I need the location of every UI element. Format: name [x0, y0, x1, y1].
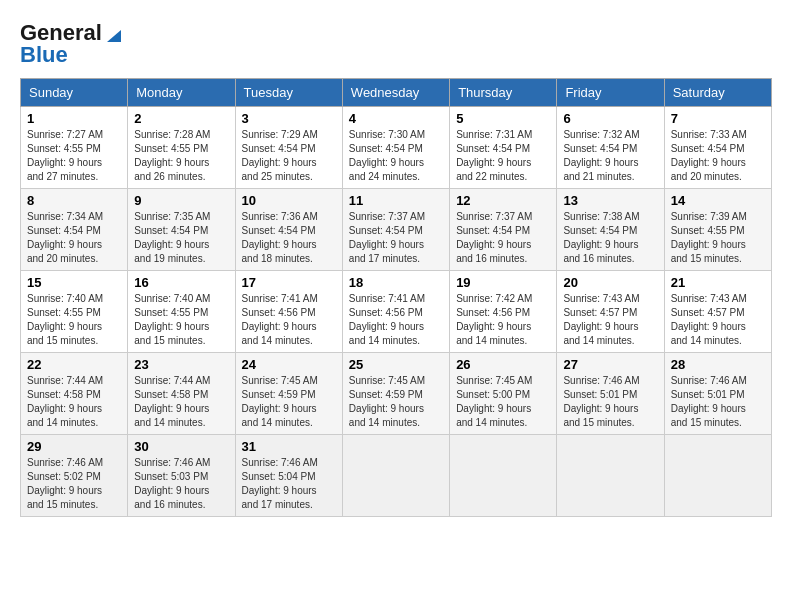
day-info: Sunrise: 7:28 AM Sunset: 4:55 PM Dayligh…: [134, 128, 228, 184]
day-info: Sunrise: 7:27 AM Sunset: 4:55 PM Dayligh…: [27, 128, 121, 184]
day-number: 4: [349, 111, 443, 126]
calendar-cell: 12 Sunrise: 7:37 AM Sunset: 4:54 PM Dayl…: [450, 189, 557, 271]
calendar-cell: 14 Sunrise: 7:39 AM Sunset: 4:55 PM Dayl…: [664, 189, 771, 271]
calendar-cell: 19 Sunrise: 7:42 AM Sunset: 4:56 PM Dayl…: [450, 271, 557, 353]
logo-triangle-icon: [103, 26, 121, 44]
day-info: Sunrise: 7:46 AM Sunset: 5:01 PM Dayligh…: [563, 374, 657, 430]
day-info: Sunrise: 7:43 AM Sunset: 4:57 PM Dayligh…: [671, 292, 765, 348]
calendar-cell: 22 Sunrise: 7:44 AM Sunset: 4:58 PM Dayl…: [21, 353, 128, 435]
weekday-header-thursday: Thursday: [450, 79, 557, 107]
calendar-cell: 28 Sunrise: 7:46 AM Sunset: 5:01 PM Dayl…: [664, 353, 771, 435]
calendar-table: SundayMondayTuesdayWednesdayThursdayFrid…: [20, 78, 772, 517]
calendar-cell: 27 Sunrise: 7:46 AM Sunset: 5:01 PM Dayl…: [557, 353, 664, 435]
calendar-cell: 15 Sunrise: 7:40 AM Sunset: 4:55 PM Dayl…: [21, 271, 128, 353]
day-number: 14: [671, 193, 765, 208]
day-number: 31: [242, 439, 336, 454]
day-info: Sunrise: 7:44 AM Sunset: 4:58 PM Dayligh…: [27, 374, 121, 430]
day-number: 30: [134, 439, 228, 454]
calendar-cell: 18 Sunrise: 7:41 AM Sunset: 4:56 PM Dayl…: [342, 271, 449, 353]
calendar-cell: 5 Sunrise: 7:31 AM Sunset: 4:54 PM Dayli…: [450, 107, 557, 189]
day-number: 23: [134, 357, 228, 372]
day-number: 13: [563, 193, 657, 208]
day-number: 8: [27, 193, 121, 208]
day-info: Sunrise: 7:35 AM Sunset: 4:54 PM Dayligh…: [134, 210, 228, 266]
day-number: 26: [456, 357, 550, 372]
weekday-header-wednesday: Wednesday: [342, 79, 449, 107]
day-info: Sunrise: 7:29 AM Sunset: 4:54 PM Dayligh…: [242, 128, 336, 184]
day-info: Sunrise: 7:45 AM Sunset: 5:00 PM Dayligh…: [456, 374, 550, 430]
day-number: 12: [456, 193, 550, 208]
calendar-cell: 7 Sunrise: 7:33 AM Sunset: 4:54 PM Dayli…: [664, 107, 771, 189]
day-number: 7: [671, 111, 765, 126]
day-info: Sunrise: 7:40 AM Sunset: 4:55 PM Dayligh…: [27, 292, 121, 348]
calendar-cell: 13 Sunrise: 7:38 AM Sunset: 4:54 PM Dayl…: [557, 189, 664, 271]
day-info: Sunrise: 7:46 AM Sunset: 5:04 PM Dayligh…: [242, 456, 336, 512]
day-info: Sunrise: 7:43 AM Sunset: 4:57 PM Dayligh…: [563, 292, 657, 348]
day-info: Sunrise: 7:41 AM Sunset: 4:56 PM Dayligh…: [242, 292, 336, 348]
calendar-cell: 10 Sunrise: 7:36 AM Sunset: 4:54 PM Dayl…: [235, 189, 342, 271]
day-number: 2: [134, 111, 228, 126]
day-info: Sunrise: 7:34 AM Sunset: 4:54 PM Dayligh…: [27, 210, 121, 266]
day-info: Sunrise: 7:32 AM Sunset: 4:54 PM Dayligh…: [563, 128, 657, 184]
day-number: 18: [349, 275, 443, 290]
weekday-header-monday: Monday: [128, 79, 235, 107]
calendar-cell: [450, 435, 557, 517]
day-number: 6: [563, 111, 657, 126]
calendar-cell: 16 Sunrise: 7:40 AM Sunset: 4:55 PM Dayl…: [128, 271, 235, 353]
calendar-cell: 11 Sunrise: 7:37 AM Sunset: 4:54 PM Dayl…: [342, 189, 449, 271]
day-number: 16: [134, 275, 228, 290]
day-number: 15: [27, 275, 121, 290]
day-info: Sunrise: 7:39 AM Sunset: 4:55 PM Dayligh…: [671, 210, 765, 266]
calendar-cell: 17 Sunrise: 7:41 AM Sunset: 4:56 PM Dayl…: [235, 271, 342, 353]
day-number: 9: [134, 193, 228, 208]
day-info: Sunrise: 7:42 AM Sunset: 4:56 PM Dayligh…: [456, 292, 550, 348]
day-info: Sunrise: 7:46 AM Sunset: 5:01 PM Dayligh…: [671, 374, 765, 430]
calendar-cell: 23 Sunrise: 7:44 AM Sunset: 4:58 PM Dayl…: [128, 353, 235, 435]
page-header: General Blue: [20, 20, 772, 68]
day-number: 1: [27, 111, 121, 126]
day-info: Sunrise: 7:40 AM Sunset: 4:55 PM Dayligh…: [134, 292, 228, 348]
svg-marker-0: [107, 30, 121, 42]
day-info: Sunrise: 7:46 AM Sunset: 5:03 PM Dayligh…: [134, 456, 228, 512]
day-info: Sunrise: 7:36 AM Sunset: 4:54 PM Dayligh…: [242, 210, 336, 266]
day-number: 27: [563, 357, 657, 372]
day-number: 29: [27, 439, 121, 454]
weekday-header-sunday: Sunday: [21, 79, 128, 107]
calendar-cell: 30 Sunrise: 7:46 AM Sunset: 5:03 PM Dayl…: [128, 435, 235, 517]
weekday-header-saturday: Saturday: [664, 79, 771, 107]
weekday-header-friday: Friday: [557, 79, 664, 107]
calendar-cell: [664, 435, 771, 517]
day-info: Sunrise: 7:33 AM Sunset: 4:54 PM Dayligh…: [671, 128, 765, 184]
calendar-cell: 9 Sunrise: 7:35 AM Sunset: 4:54 PM Dayli…: [128, 189, 235, 271]
day-number: 10: [242, 193, 336, 208]
calendar-cell: [342, 435, 449, 517]
day-number: 11: [349, 193, 443, 208]
calendar-cell: 1 Sunrise: 7:27 AM Sunset: 4:55 PM Dayli…: [21, 107, 128, 189]
day-info: Sunrise: 7:37 AM Sunset: 4:54 PM Dayligh…: [456, 210, 550, 266]
day-info: Sunrise: 7:44 AM Sunset: 4:58 PM Dayligh…: [134, 374, 228, 430]
day-info: Sunrise: 7:41 AM Sunset: 4:56 PM Dayligh…: [349, 292, 443, 348]
calendar-cell: 31 Sunrise: 7:46 AM Sunset: 5:04 PM Dayl…: [235, 435, 342, 517]
day-number: 17: [242, 275, 336, 290]
day-info: Sunrise: 7:31 AM Sunset: 4:54 PM Dayligh…: [456, 128, 550, 184]
logo-blue: Blue: [20, 42, 68, 68]
weekday-header-tuesday: Tuesday: [235, 79, 342, 107]
day-info: Sunrise: 7:30 AM Sunset: 4:54 PM Dayligh…: [349, 128, 443, 184]
day-info: Sunrise: 7:45 AM Sunset: 4:59 PM Dayligh…: [349, 374, 443, 430]
day-info: Sunrise: 7:37 AM Sunset: 4:54 PM Dayligh…: [349, 210, 443, 266]
calendar-cell: 21 Sunrise: 7:43 AM Sunset: 4:57 PM Dayl…: [664, 271, 771, 353]
day-number: 3: [242, 111, 336, 126]
day-info: Sunrise: 7:45 AM Sunset: 4:59 PM Dayligh…: [242, 374, 336, 430]
day-number: 20: [563, 275, 657, 290]
day-number: 19: [456, 275, 550, 290]
day-number: 25: [349, 357, 443, 372]
logo: General Blue: [20, 20, 121, 68]
day-number: 24: [242, 357, 336, 372]
calendar-cell: [557, 435, 664, 517]
calendar-cell: 2 Sunrise: 7:28 AM Sunset: 4:55 PM Dayli…: [128, 107, 235, 189]
calendar-cell: 29 Sunrise: 7:46 AM Sunset: 5:02 PM Dayl…: [21, 435, 128, 517]
day-info: Sunrise: 7:46 AM Sunset: 5:02 PM Dayligh…: [27, 456, 121, 512]
day-number: 21: [671, 275, 765, 290]
calendar-cell: 4 Sunrise: 7:30 AM Sunset: 4:54 PM Dayli…: [342, 107, 449, 189]
day-info: Sunrise: 7:38 AM Sunset: 4:54 PM Dayligh…: [563, 210, 657, 266]
